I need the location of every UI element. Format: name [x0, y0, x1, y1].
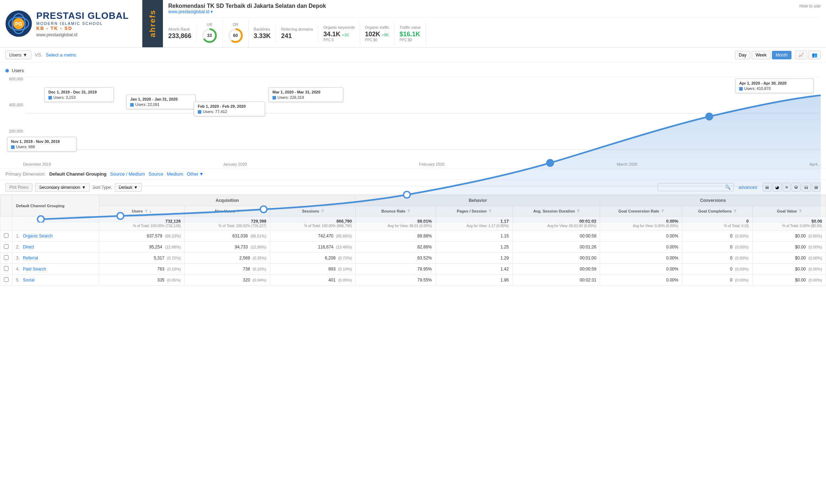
site-url-ahrefs[interactable]: www.prestasiglobal.id ▾: [168, 9, 821, 14]
row-avg-session-3: 00:00:59: [513, 264, 600, 275]
metric-dr: DR 60: [223, 20, 249, 47]
select-metric-link[interactable]: Select a metric: [46, 52, 76, 58]
table-row: 5. Social 335 (0.05%) 320 (0.04%) 401 (0…: [0, 275, 826, 286]
row-sessions-0: 742,470 (85.66%): [270, 231, 356, 242]
organic-traffic-value: 102K: [365, 31, 380, 38]
table-body: 1. Organic Search 637,579 (86.23%) 631,0…: [0, 231, 826, 286]
svg-text:60: 60: [233, 33, 238, 38]
row-goal-conv-0: 0.00%: [600, 231, 682, 242]
day-btn[interactable]: Day: [735, 51, 750, 59]
metric-traffic-value: Traffic value $16.1K PPC $0: [395, 22, 426, 45]
row-bounce-3: 78.95%: [356, 264, 436, 275]
time-controls: Day Week Month: [735, 51, 791, 59]
row-goal-val-0: $0.00 (0.00%): [752, 231, 826, 242]
row-num-1: 2. Direct: [12, 242, 99, 253]
table-row: 4. Paid Search 763 (0.10%) 738 (0.10%) 8…: [0, 264, 826, 275]
row-checkbox-3[interactable]: [0, 264, 12, 275]
row-checkbox-4[interactable]: [0, 275, 12, 286]
row-pages-2: 1.29: [436, 253, 513, 264]
row-bounce-4: 79.55%: [356, 275, 436, 286]
tooltip-feb: Feb 1, 2020 - Feb 29, 2020 Users: 77,412: [194, 102, 265, 116]
metric-ur: UR 33: [197, 20, 223, 47]
organic-kw-value: 34.1K: [323, 31, 340, 38]
month-btn[interactable]: Month: [772, 51, 791, 59]
row-avg-session-2: 00:01:00: [513, 253, 600, 264]
svg-point-20: [547, 160, 554, 166]
row-bounce-1: 82.86%: [356, 242, 436, 253]
row-name-2[interactable]: Referral: [23, 256, 38, 261]
row-checkbox-1[interactable]: [0, 242, 12, 253]
row-name-1[interactable]: Direct: [23, 245, 34, 250]
row-new-users-0: 631,038 (86.51%): [185, 231, 270, 242]
brand-sub2: KB - TK - SD: [36, 26, 129, 31]
table-row: 2. Direct 95,254 (12.88%) 94,733 (12.99%…: [0, 242, 826, 253]
row-goal-conv-2: 0.00%: [600, 253, 682, 264]
row-goal-val-2: $0.00 (0.00%): [752, 253, 826, 264]
row-goal-conv-3: 0.00%: [600, 264, 682, 275]
svg-point-21: [706, 113, 713, 120]
row-goal-comp-3: 0 (0.00%): [682, 264, 752, 275]
svg-point-16: [37, 216, 44, 222]
brand-name: PRESTASI GLOBAL: [36, 10, 129, 21]
row-pages-1: 1.25: [436, 242, 513, 253]
svg-point-17: [117, 213, 124, 219]
row-bounce-0: 88.88%: [356, 231, 436, 242]
ahrefs-rank-value: 233,866: [168, 32, 191, 40]
row-goal-val-4: $0.00 (0.00%): [752, 275, 826, 286]
row-pages-3: 1.42: [436, 264, 513, 275]
row-users-4: 335 (0.05%): [99, 275, 185, 286]
referring-value: 241: [281, 32, 313, 40]
row-num-4: 5. Social: [12, 275, 99, 286]
svg-text:33: 33: [207, 33, 212, 38]
row-goal-conv-4: 0.00%: [600, 275, 682, 286]
row-name-0[interactable]: Organic Search: [23, 234, 52, 238]
row-users-3: 763 (0.10%): [99, 264, 185, 275]
row-new-users-1: 94,733 (12.99%): [185, 242, 270, 253]
tooltip-nov: Nov 1, 2019 - Nov 30, 2019 Users: 988: [7, 137, 76, 151]
metrics-section: Rekomendasi TK SD Terbaik di Jakarta Sel…: [163, 0, 826, 47]
row-sessions-4: 401 (0.05%): [270, 275, 356, 286]
row-name-4[interactable]: Social: [23, 278, 35, 283]
legend-label: Users: [12, 68, 24, 73]
table-row: 1. Organic Search 637,579 (86.23%) 631,0…: [0, 231, 826, 242]
tooltip-mar: Mar 1, 2020 - Mar 31, 2020 Users: 226,31…: [269, 87, 343, 102]
metric-backlinks: Backlinks 3.33K: [249, 24, 276, 43]
metric-selector[interactable]: Users ▼: [5, 50, 31, 59]
row-users-1: 95,254 (12.88%): [99, 242, 185, 253]
row-avg-session-4: 00:02:31: [513, 275, 600, 286]
checkbox-header: [0, 195, 12, 216]
metric-organic-kw: Organic keywords 34.1K +1K PPC 0: [318, 22, 360, 45]
row-num-3: 4. Paid Search: [12, 264, 99, 275]
row-checkbox-2[interactable]: [0, 253, 12, 264]
row-sessions-1: 116,674 (13.46%): [270, 242, 356, 253]
row-goal-comp-4: 0 (0.00%): [682, 275, 752, 286]
row-checkbox-0[interactable]: [0, 231, 12, 242]
dr-donut: 60: [228, 28, 243, 43]
row-avg-session-0: 00:00:58: [513, 231, 600, 242]
row-sessions-3: 893 (0.10%): [270, 264, 356, 275]
svg-text:PG: PG: [15, 21, 22, 27]
legend-dot: [5, 69, 9, 73]
row-goal-val-3: $0.00 (0.00%): [752, 264, 826, 275]
chart-legend: Users: [5, 66, 821, 77]
site-title: Rekomendasi TK SD Terbaik di Jakarta Sel…: [168, 3, 326, 9]
chart-area: Users 600,000 400,000 200,000: [0, 63, 826, 168]
svg-point-19: [403, 191, 410, 198]
chart-controls-bar: Users ▼ VS. Select a metric Day Week Mon…: [0, 48, 826, 63]
site-url-header: www.prestasiglobal.id: [36, 32, 129, 37]
week-btn[interactable]: Week: [752, 51, 770, 59]
line-chart-btn[interactable]: 📈: [795, 50, 807, 59]
ahrefs-logo: ahrefs: [146, 7, 159, 40]
row-name-3[interactable]: Paid Search: [23, 267, 46, 272]
ahrefs-panel: ahrefs: [142, 0, 163, 47]
row-goal-conv-1: 0.00%: [600, 242, 682, 253]
ur-donut: 33: [202, 28, 217, 43]
tooltip-dec: Dec 1, 2019 - Dec 31, 2019 Users: 3,153: [44, 87, 114, 102]
chart-type-buttons: 📈 👥: [795, 50, 821, 59]
table-row: 3. Referral 5,317 (0.72%) 2,569 (0.35%) …: [0, 253, 826, 264]
people-chart-btn[interactable]: 👥: [809, 50, 821, 59]
metric-referring: Referring domains 241: [276, 24, 318, 43]
svg-point-18: [260, 206, 267, 213]
brand-sub1: MODERN ISLAMIC SCHOOL: [36, 21, 129, 26]
how-to-use[interactable]: How to use: [799, 4, 821, 9]
